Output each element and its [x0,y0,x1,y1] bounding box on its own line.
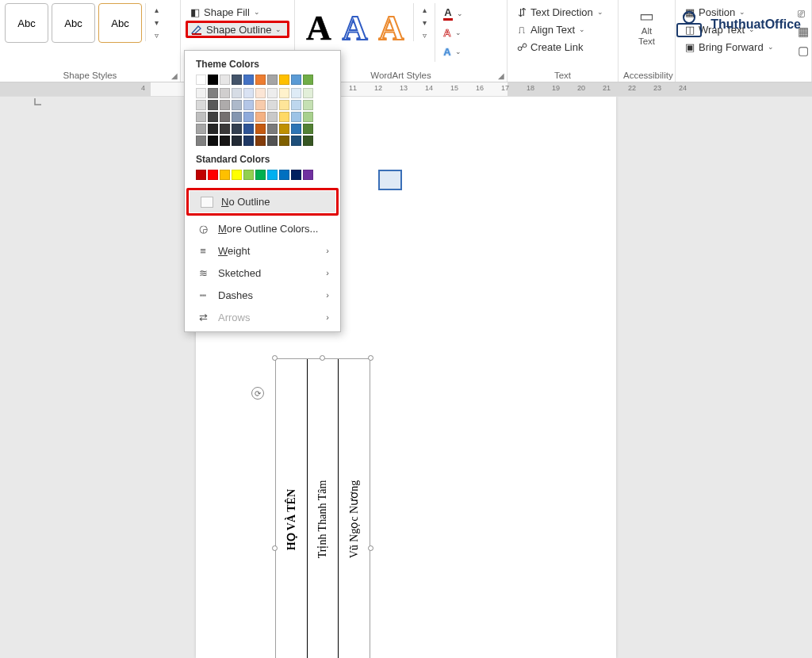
color-swatch[interactable] [243,112,254,122]
color-swatch[interactable] [291,100,301,110]
dialog-launcher-icon[interactable]: ◢ [171,71,178,80]
color-swatch[interactable] [196,100,206,110]
sketched-item[interactable]: ≋ Sketched› [185,262,340,284]
color-swatch[interactable] [220,170,230,180]
rotate-handle-icon[interactable]: ⟳ [251,387,264,400]
color-swatch[interactable] [291,124,301,134]
gallery-expand-icon[interactable]: ▿ [417,29,431,41]
color-swatch[interactable] [232,75,242,85]
shape-outline-button[interactable]: Shape Outline ⌄ [186,21,289,38]
color-swatch[interactable] [291,75,301,85]
color-swatch[interactable] [196,88,206,98]
color-swatch[interactable] [279,136,289,146]
style-gallery-scroll[interactable]: ▴ ▾ ▿ [145,3,163,41]
color-swatch[interactable] [220,88,230,98]
chevron-up-icon[interactable]: ▴ [149,3,163,16]
color-swatch[interactable] [196,75,206,85]
color-swatch[interactable] [267,170,278,180]
style-preset-2[interactable]: Abc [52,3,95,43]
color-swatch[interactable] [255,170,266,180]
color-swatch[interactable] [232,136,242,146]
color-swatch[interactable] [232,100,242,110]
chevron-down-icon[interactable]: ▾ [417,16,431,29]
color-swatch[interactable] [303,75,313,85]
color-swatch[interactable] [220,124,230,134]
color-swatch[interactable] [208,88,218,98]
color-swatch[interactable] [208,170,218,180]
color-swatch[interactable] [255,112,266,122]
color-swatch[interactable] [208,124,218,134]
style-preset-3[interactable]: Abc [98,3,142,43]
create-link-button[interactable]: ☍Create Link [512,38,613,55]
color-swatch[interactable] [220,136,230,146]
color-swatch[interactable] [267,136,278,146]
color-swatch[interactable] [208,100,218,110]
color-swatch[interactable] [243,170,254,180]
color-swatch[interactable] [220,112,230,122]
color-swatch[interactable] [255,136,266,146]
color-swatch[interactable] [243,124,254,134]
color-swatch[interactable] [279,112,289,122]
color-swatch[interactable] [208,112,218,122]
color-swatch[interactable] [303,170,313,180]
color-swatch[interactable] [303,88,313,98]
document-area[interactable]: ⟳ HỌ VÀ TÊN Trịnh Thanh Tâm Vũ Ngọc Nươn… [0,97,812,658]
color-swatch[interactable] [279,100,289,110]
color-swatch[interactable] [267,88,278,98]
color-swatch[interactable] [279,88,289,98]
color-swatch[interactable] [232,112,242,122]
alt-text-button[interactable]: ▭ Alt Text [630,3,665,46]
color-swatch[interactable] [267,75,278,85]
text-outline-button[interactable]: A⌄ [440,24,465,41]
text-effects-button[interactable]: A⌄ [440,43,465,60]
gallery-expand-icon[interactable]: ▿ [149,29,163,41]
dashes-item[interactable]: ┉ Dashes› [185,284,340,306]
color-swatch[interactable] [255,100,266,110]
color-swatch[interactable] [267,112,278,122]
color-swatch[interactable] [291,88,301,98]
text-direction-button[interactable]: ⇵Text Direction⌄ [512,3,613,21]
color-swatch[interactable] [303,100,313,110]
color-swatch[interactable] [279,124,289,134]
shape-fill-button[interactable]: ◧ Shape Fill ⌄ [186,3,289,21]
text-fill-button[interactable]: A⌄ [440,5,465,22]
color-swatch[interactable] [255,75,266,85]
wordart-scroll[interactable]: ▴ ▾ ▿ [413,3,431,41]
color-swatch[interactable] [243,136,254,146]
wordart-gallery[interactable]: A A A [300,3,410,53]
chevron-up-icon[interactable]: ▴ [417,3,431,16]
color-swatch[interactable] [196,124,206,134]
color-swatch[interactable] [243,100,254,110]
color-swatch[interactable] [208,75,218,85]
horizontal-ruler[interactable]: 41112131415161718192021222324 [0,82,812,97]
color-swatch[interactable] [208,136,218,146]
color-swatch[interactable] [220,100,230,110]
wordart-preset-2[interactable]: A [343,8,368,48]
tab-selector-icon[interactable] [33,97,44,108]
dialog-launcher-icon[interactable]: ◢ [498,71,504,80]
chevron-down-icon[interactable]: ▾ [149,16,163,29]
layout-options-icon[interactable] [378,170,402,190]
color-swatch[interactable] [243,75,254,85]
no-outline-item[interactable]: NNo Outlineo Outline [190,191,335,212]
color-swatch[interactable] [243,88,254,98]
color-swatch[interactable] [303,124,313,134]
color-swatch[interactable] [220,75,230,85]
color-swatch[interactable] [303,136,313,146]
color-swatch[interactable] [291,136,301,146]
color-swatch[interactable] [196,112,206,122]
color-swatch[interactable] [255,124,266,134]
color-swatch[interactable] [232,88,242,98]
align-text-button[interactable]: ⎍Align Text⌄ [512,21,613,38]
color-swatch[interactable] [232,124,242,134]
color-swatch[interactable] [196,136,206,146]
color-swatch[interactable] [279,170,289,180]
more-outline-colors-item[interactable]: ◶ More Outline Colors... [185,217,340,239]
color-swatch[interactable] [291,170,301,180]
color-swatch[interactable] [279,75,289,85]
weight-item[interactable]: ≡ Weight› [185,239,340,262]
color-swatch[interactable] [291,112,301,122]
wordart-preset-3[interactable]: A [379,8,404,48]
color-swatch[interactable] [196,170,206,180]
align-icon[interactable]: ⎚ [798,6,809,20]
